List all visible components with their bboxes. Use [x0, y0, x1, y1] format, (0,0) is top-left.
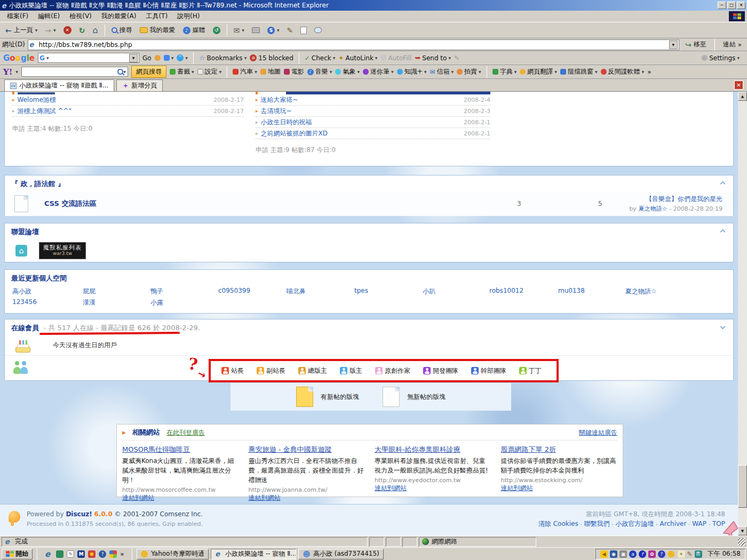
google-sites-button[interactable]: ▼: [164, 55, 174, 61]
yahoo-weather-button[interactable]: 氣象▼: [335, 67, 360, 76]
ad-title-link[interactable]: 大學眼科-給你專業眼科診療: [375, 445, 460, 453]
links-button[interactable]: 連結»: [720, 39, 745, 50]
volume-icon[interactable]: ◀: [600, 550, 608, 558]
thread-link[interactable]: 小政生日時的祝福: [261, 118, 312, 127]
tray-pencil-icon[interactable]: ✎: [687, 550, 693, 558]
user-link[interactable]: 夏之物語☆: [625, 287, 657, 296]
legend-label[interactable]: 總版主: [308, 366, 327, 375]
yahoo-messenger-tray-icon[interactable]: ☻: [667, 550, 676, 558]
google-bookmarks-button[interactable]: ☆Bookmarks▼: [199, 54, 247, 62]
quicklaunch-grid-icon[interactable]: [109, 550, 117, 558]
media-button[interactable]: ♪媒體: [180, 23, 209, 37]
scroll-thumb[interactable]: [738, 465, 747, 508]
task-forum-window[interactable]: e 小政娛樂論壇 -- 寵物 Ⅱ...: [211, 549, 296, 559]
quicklaunch-more-button[interactable]: »: [120, 550, 124, 558]
google-search-input[interactable]: G▼ ▼: [38, 53, 139, 63]
post-ad-link[interactable]: 在此刊登廣告: [166, 428, 205, 437]
menu-file[interactable]: 檔案(F): [2, 11, 33, 22]
forum-link[interactable]: CSS 交流語法區: [44, 199, 96, 209]
tray-note-icon[interactable]: ✦: [678, 550, 685, 558]
edit-button[interactable]: ✎: [284, 23, 297, 37]
user-link[interactable]: c0950399: [218, 287, 250, 294]
menu-favorites[interactable]: 我的最愛(A): [97, 11, 141, 22]
alliance-banner[interactable]: 魔獸私服列表 war3.tw: [39, 242, 86, 259]
yahoo-knowledge-button[interactable]: 知識+▼: [397, 67, 427, 76]
address-input[interactable]: e http://bbs.tw789.net/bbs.php ▼: [28, 39, 679, 50]
maximize-button[interactable]: ▢: [727, 2, 736, 9]
user-link[interactable]: 小露: [150, 298, 163, 307]
yahoo-movies-button[interactable]: 電影: [284, 67, 304, 76]
tray-purple-icon[interactable]: ✿: [648, 550, 656, 558]
ad-visit-link[interactable]: 連結到網站: [375, 484, 407, 492]
yahoo-antispy-button[interactable]: 反間諜軟體▼: [601, 67, 645, 76]
tray-f-icon[interactable]: f: [639, 550, 646, 558]
close-bar-button[interactable]: ✕: [734, 81, 743, 90]
scroll-up-button[interactable]: ▲: [738, 92, 747, 101]
yahoo-popup-blocker-button[interactable]: 阻擋跳窗▼: [560, 67, 598, 76]
address-dropdown[interactable]: ▼: [669, 41, 678, 49]
legend-label[interactable]: 原創作家: [385, 366, 410, 375]
thread-link[interactable]: 去清境玩~: [261, 107, 292, 116]
print-button[interactable]: [249, 23, 263, 37]
ad-title-link[interactable]: 股票網路下單 2折: [501, 445, 556, 453]
thread-link[interactable]: 之前網站被抓的圖片XD: [261, 129, 328, 138]
menu-tools[interactable]: 工具(T): [141, 11, 172, 22]
yahoo-auction-button[interactable]: 拍賣▼: [457, 67, 481, 76]
notes-button[interactable]: [297, 23, 310, 37]
yahoo-dictionary-button[interactable]: 字典▼: [492, 67, 517, 76]
google-search-dropdown[interactable]: ▼: [129, 54, 138, 62]
google-autofill-button[interactable]: AutoFill: [380, 54, 411, 62]
yahoo-more-button[interactable]: »: [647, 68, 651, 76]
google-blocked-button[interactable]: ⊘15 blocked: [250, 54, 293, 62]
discuss-button[interactable]: [311, 23, 325, 37]
last-post-link[interactable]: 【音樂盒】你們是我的星光: [646, 195, 722, 203]
user-link[interactable]: 123456: [12, 298, 37, 306]
search-button[interactable]: 搜尋: [108, 23, 136, 37]
discuz-brand[interactable]: Discuz!: [66, 510, 92, 518]
yahoo-search-button[interactable]: 網頁搜尋: [131, 66, 166, 78]
legend-label[interactable]: 副站長: [266, 366, 285, 375]
yahoo-translate-button[interactable]: 網頁翻譯▼: [520, 67, 557, 76]
user-link[interactable]: mu0138: [558, 287, 585, 294]
footer-link[interactable]: 清除 Cookies: [538, 520, 578, 527]
minimize-button[interactable]: ─: [718, 2, 726, 9]
user-link[interactable]: 小趴: [423, 287, 435, 296]
start-button[interactable]: 開始: [2, 549, 33, 559]
go-button[interactable]: ↪ 移至: [682, 39, 710, 50]
menu-view[interactable]: 檢視(V): [65, 11, 97, 22]
refresh-button[interactable]: ↻: [76, 23, 89, 37]
footer-link[interactable]: WAP: [692, 520, 706, 527]
task-yahoo-messenger[interactable]: ☻ Yahoo!奇摩即時通: [137, 549, 209, 559]
task-messenger-chat[interactable]: ☻ 高小政 (asd7374415): [298, 549, 383, 559]
tab-active[interactable]: cv 小政娛樂論壇 -- 寵物 Ⅱ遊戲 Ⅱ...: [4, 79, 114, 91]
user-link[interactable]: tpes: [354, 287, 368, 294]
legend-label[interactable]: 幹部團隊: [481, 366, 506, 375]
quicklaunch-flower-icon[interactable]: [88, 550, 96, 558]
google-check-button[interactable]: ✓Check▼: [305, 54, 336, 62]
highlighter-icon[interactable]: ✎: [454, 54, 459, 62]
user-link[interactable]: 高小政: [12, 287, 31, 296]
legend-label[interactable]: 開發團隊: [433, 366, 458, 375]
quicklaunch-icon[interactable]: [56, 550, 63, 558]
yahoo-settings-button[interactable]: 設定▼: [197, 67, 222, 76]
quicklaunch-m-icon[interactable]: M: [77, 550, 85, 558]
google-autolink-button[interactable]: ✦AutoLink▼: [338, 54, 377, 62]
yahoo-cars-button[interactable]: 汽車▼: [233, 67, 257, 76]
legend-label[interactable]: 丁丁: [529, 366, 542, 375]
quicklaunch-ie-icon[interactable]: e: [45, 549, 50, 559]
section-title[interactable]: 『 政，語法館 』: [5, 175, 733, 193]
tray-dictionary-icon[interactable]: 書: [695, 550, 702, 558]
vertical-scrollbar[interactable]: ▲ ▼: [738, 92, 747, 535]
footer-link[interactable]: 小政官方論壇: [616, 520, 654, 527]
google-sendto-button[interactable]: ➥Send to▼: [415, 54, 451, 62]
close-button[interactable]: ✕: [737, 2, 745, 9]
google-quotes-button[interactable]: ”▼: [177, 54, 188, 61]
new-tab-button[interactable]: ＋ 新增分頁: [116, 79, 163, 91]
legend-label[interactable]: 站長: [231, 366, 244, 375]
ad-title-link[interactable]: MOSOR馬仕得咖啡豆: [122, 445, 190, 453]
user-link[interactable]: 鴨子: [150, 287, 163, 296]
tray-a-icon[interactable]: a: [629, 550, 637, 558]
thread-link[interactable]: Welome游標: [18, 95, 56, 105]
yahoo-music-button[interactable]: ♪音樂▼: [307, 67, 332, 76]
forward-button[interactable]: → ▼: [42, 23, 59, 37]
